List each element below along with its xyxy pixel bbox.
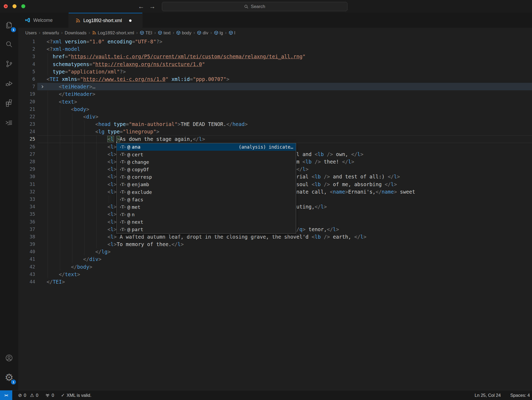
activity-bar-item-search[interactable] <box>3 38 15 51</box>
line-number[interactable]: 26 <box>18 143 35 150</box>
suggest-item-n[interactable]: ‹T›@n <box>117 211 296 218</box>
line-number[interactable]: 32 <box>18 188 35 195</box>
suggest-item-facs[interactable]: ‹T›@facs <box>117 196 296 203</box>
breadcrumb-item-body[interactable]: body <box>176 30 191 35</box>
line-number[interactable]: 40 <box>18 248 35 255</box>
code-line-21[interactable]: 21 <body> <box>18 105 532 113</box>
close-window-button[interactable] <box>4 4 8 8</box>
code-line-2[interactable]: 2<?xml-model <box>18 45 532 53</box>
code-line-41[interactable]: 41 </div> <box>18 255 532 263</box>
line-number[interactable]: 23 <box>18 120 35 128</box>
code-line-19[interactable]: 19 </teiHeader> <box>18 90 532 98</box>
activity-bar-item-extensions[interactable] <box>3 96 15 109</box>
tab-log1892-short-xml[interactable]: Log1892-short.xml <box>69 13 142 28</box>
code-line-1[interactable]: 1<?xml version="1.0" encoding="UTF-8"?> <box>18 38 532 45</box>
code-line-7[interactable]: 7› <teiHeader>… <box>18 83 532 90</box>
code-line-3[interactable]: 3 href="https://vault.tei-c.org/P5/curre… <box>18 53 532 60</box>
line-number[interactable]: 31 <box>18 181 35 188</box>
minimize-window-button[interactable] <box>13 4 17 8</box>
activity-bar-item-accounts[interactable] <box>3 352 15 364</box>
code-line-5[interactable]: 5 type="application/xml"?> <box>18 68 532 75</box>
back-arrow-icon[interactable]: ← <box>137 2 145 11</box>
cursor-position-status[interactable]: Ln 25, Col 24 <box>474 393 501 398</box>
line-number[interactable]: 30 <box>18 173 35 180</box>
line-number[interactable]: 6 <box>18 75 35 83</box>
suggest-item-cert[interactable]: ‹T›@cert <box>117 151 296 158</box>
line-number[interactable]: 21 <box>18 105 35 113</box>
indentation-status[interactable]: Spaces: 4 <box>510 393 530 398</box>
code-line-4[interactable]: 4 schematypens="http://relaxng.org/ns/st… <box>18 60 532 68</box>
breadcrumb-item-text[interactable]: text <box>158 30 171 35</box>
code-line-20[interactable]: 20 <text> <box>18 98 532 105</box>
modified-dot-icon[interactable] <box>129 19 132 22</box>
line-number[interactable]: 2 <box>18 45 35 53</box>
suggest-item-exclude[interactable]: ‹T›@exclude <box>117 188 296 196</box>
line-number[interactable]: 24 <box>18 128 35 135</box>
command-center-search[interactable]: Search <box>162 2 347 11</box>
code-line-22[interactable]: 22 <div> <box>18 113 532 120</box>
breadcrumb-item-log1892-short-xml[interactable]: Log1892-short.xml <box>92 30 134 35</box>
line-number[interactable]: 35 <box>18 210 35 218</box>
line-number[interactable]: 39 <box>18 240 35 248</box>
code-line-44[interactable]: 44</TEI> <box>18 278 532 285</box>
line-number[interactable]: 44 <box>18 278 35 285</box>
code-line-23[interactable]: 23 <head type="main-authorial">THE DEAD … <box>18 120 532 128</box>
breadcrumb-item-lg[interactable]: lg <box>214 30 223 35</box>
line-number[interactable]: 5 <box>18 68 35 75</box>
breadcrumb-item-downloads[interactable]: Downloads <box>65 30 87 35</box>
breadcrumb-item-tei[interactable]: TEI <box>140 30 152 35</box>
breadcrumb-item-l[interactable]: l <box>229 30 235 35</box>
activity-bar-item-settings[interactable]: ⚙1 <box>3 371 15 384</box>
line-number[interactable]: 36 <box>18 218 35 226</box>
activity-bar-item-source-control[interactable] <box>3 58 15 70</box>
code-line-40[interactable]: 40 </lg> <box>18 248 532 255</box>
line-number[interactable]: 7 <box>18 83 35 90</box>
line-number[interactable]: 34 <box>18 203 35 210</box>
code-line-38[interactable]: 38 <l> A wafted autumn leaf, dropt in th… <box>18 233 532 240</box>
line-number[interactable]: 20 <box>18 98 35 105</box>
line-number[interactable]: 37 <box>18 226 35 233</box>
breadcrumb-item-stewarfu[interactable]: stewarfu <box>42 30 59 35</box>
activity-bar-item-explorer[interactable]: 1 <box>3 19 15 31</box>
line-number[interactable]: 41 <box>18 255 35 263</box>
line-number[interactable]: 42 <box>18 263 35 271</box>
activity-bar-item-scholarly-xml[interactable] <box>3 116 15 129</box>
code-line-6[interactable]: 6<TEI xmlns="http://www.tei-c.org/ns/1.0… <box>18 75 532 83</box>
line-number[interactable]: 3 <box>18 53 35 60</box>
breadcrumb-item-users[interactable]: Users <box>25 30 37 35</box>
code-line-43[interactable]: 43 </text> <box>18 271 532 278</box>
suggest-item-change[interactable]: ‹T›@change <box>117 158 296 166</box>
tab-welcome[interactable]: Welcome <box>18 13 69 28</box>
line-number[interactable]: 4 <box>18 60 35 68</box>
line-number[interactable]: 28 <box>18 158 35 165</box>
activity-bar-item-run-debug[interactable] <box>3 77 15 90</box>
code-line-42[interactable]: 42 </body> <box>18 263 532 271</box>
line-number[interactable]: 38 <box>18 233 35 240</box>
suggest-item-ana[interactable]: ‹T›@ana(analysis) indicate… <box>117 143 296 151</box>
line-number[interactable]: 22 <box>18 113 35 120</box>
breadcrumb-item-div[interactable]: div <box>197 30 208 35</box>
line-number[interactable]: 25 <box>18 135 35 143</box>
zoom-window-button[interactable] <box>21 4 25 8</box>
code-line-39[interactable]: 39 <l>To memory of thee.</l> <box>18 240 532 248</box>
xml-valid-status[interactable]: ✓ XML is valid. <box>61 393 91 398</box>
remote-indicator[interactable]: >< <box>0 390 12 400</box>
suggest-item-next[interactable]: ‹T›@next <box>117 218 296 226</box>
line-number[interactable]: 1 <box>18 38 35 45</box>
suggest-item-corresp[interactable]: ‹T›@corresp <box>117 173 296 181</box>
code-line-24[interactable]: 24 <lg type="linegroup"> <box>18 128 532 135</box>
ports-status[interactable]: 0 <box>45 393 54 398</box>
line-number[interactable]: 27 <box>18 150 35 158</box>
line-number[interactable]: 29 <box>18 165 35 173</box>
suggest-item-part[interactable]: ‹T›@part <box>117 226 296 233</box>
suggest-item-copyOf[interactable]: ‹T›@copyOf <box>117 166 296 173</box>
suggest-item-enjamb[interactable]: ‹T›@enjamb <box>117 181 296 188</box>
code-line-25[interactable]: 25 <l >As down the stage again,</l> <box>18 135 532 143</box>
line-number[interactable]: 43 <box>18 271 35 278</box>
suggest-item-met[interactable]: ‹T›@met <box>117 203 296 211</box>
line-number[interactable]: 33 <box>18 195 35 203</box>
problems-status[interactable]: ⊘ 0 ⚠ 0 <box>18 393 38 398</box>
forward-arrow-icon[interactable]: → <box>148 2 156 11</box>
line-number[interactable]: 19 <box>18 90 35 98</box>
fold-chevron-icon[interactable]: › <box>40 83 44 90</box>
